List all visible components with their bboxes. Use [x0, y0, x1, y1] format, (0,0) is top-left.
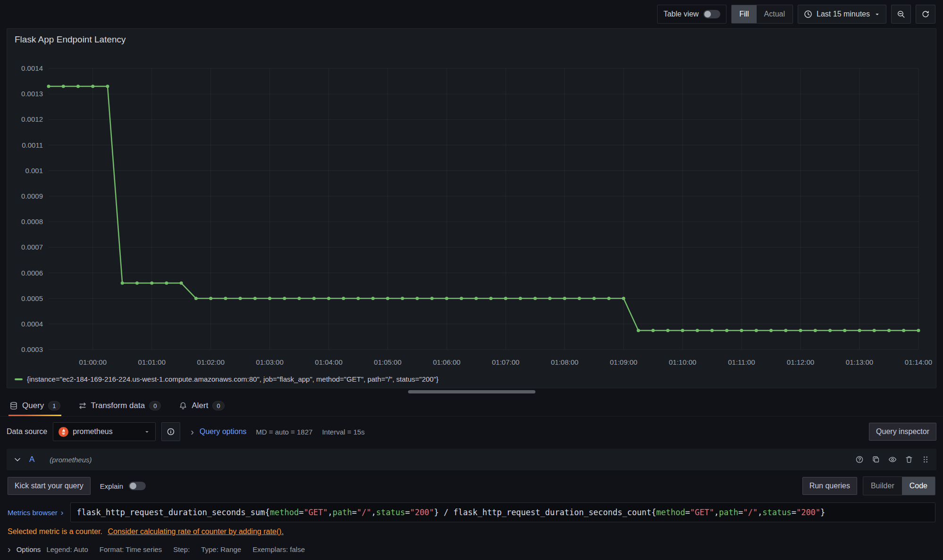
info-icon [167, 427, 175, 436]
refresh-icon [921, 10, 930, 18]
query-options-toggle[interactable]: › Query options MD = auto = 1827 Interva… [191, 427, 365, 436]
svg-text:0.0012: 0.0012 [21, 115, 43, 123]
tab-alert[interactable]: Alert 0 [178, 396, 225, 416]
time-range-picker[interactable]: Last 15 minutes [798, 5, 886, 24]
svg-text:01:01:00: 01:01:00 [138, 358, 166, 366]
builder-option[interactable]: Builder [863, 477, 902, 495]
chart-legend: {instance="ec2-184-169-216-224.us-west-1… [7, 374, 936, 388]
svg-text:0.0003: 0.0003 [21, 345, 43, 353]
tab-transform-data[interactable]: Transform data 0 [77, 396, 162, 416]
metrics-browser-toggle[interactable]: Metrics browser › [8, 509, 66, 517]
svg-text:0.0011: 0.0011 [22, 141, 43, 149]
refresh-button[interactable] [916, 5, 935, 24]
options-row[interactable]: › Options Legend: AutoFormat: Time serie… [8, 544, 935, 554]
svg-text:01:09:00: 01:09:00 [610, 358, 637, 366]
transform-icon [78, 401, 87, 410]
tab-query-count: 1 [48, 401, 60, 410]
rate-hint-link[interactable]: Consider calculating rate of counter by … [108, 527, 284, 535]
options-label: Options [17, 545, 41, 553]
collapse-icon[interactable] [13, 455, 22, 464]
latency-panel: Flask App Endpoint Latency 0.00140.00130… [7, 28, 936, 388]
bell-icon [179, 401, 187, 410]
panel-title: Flask App Endpoint Latency [7, 29, 936, 48]
code-option[interactable]: Code [902, 477, 935, 495]
query-options-label[interactable]: Query options [200, 427, 247, 436]
datasource-row: Data source prometheus › Query options M… [7, 422, 936, 441]
chevron-right-icon: › [8, 544, 11, 554]
svg-text:0.0004: 0.0004 [21, 320, 43, 328]
svg-text:0.0014: 0.0014 [21, 64, 43, 72]
svg-text:0.0005: 0.0005 [21, 294, 43, 302]
delete-icon[interactable] [905, 455, 913, 464]
svg-text:0.0013: 0.0013 [21, 90, 43, 98]
svg-text:01:10:00: 01:10:00 [669, 358, 696, 366]
table-view-label: Table view [663, 10, 699, 18]
svg-text:01:02:00: 01:02:00 [197, 358, 225, 366]
pane-divider [0, 388, 943, 395]
datasource-label: Data source [7, 427, 47, 436]
svg-text:01:05:00: 01:05:00 [374, 358, 401, 366]
svg-text:01:00:00: 01:00:00 [79, 358, 107, 366]
kick-start-button[interactable]: Kick start your query [8, 477, 91, 495]
actual-option[interactable]: Actual [757, 5, 793, 23]
chevron-right-icon: › [191, 427, 194, 436]
query-expression: flask_http_request_duration_seconds_sum{… [77, 508, 826, 517]
chevron-down-icon [144, 429, 150, 435]
chevron-right-icon: › [61, 509, 64, 517]
fill-option[interactable]: Fill [732, 5, 756, 23]
svg-text:01:08:00: 01:08:00 [551, 358, 578, 366]
interval-label: Interval = 15s [322, 428, 365, 436]
legend-series-mark [15, 378, 23, 380]
tab-query-label: Query [22, 401, 44, 410]
svg-text:01:06:00: 01:06:00 [433, 358, 460, 366]
options-summary: Legend: AutoFormat: Time seriesStep:Type… [46, 545, 316, 553]
drag-handle-icon[interactable] [921, 455, 930, 464]
switch-knob [130, 483, 136, 489]
database-icon [9, 401, 18, 410]
max-data-points-label: MD = auto = 1827 [256, 428, 313, 436]
duplicate-icon[interactable] [872, 455, 880, 464]
metrics-browser-label: Metrics browser [8, 509, 58, 517]
svg-text:01:03:00: 01:03:00 [256, 358, 284, 366]
explain-label: Explain [100, 482, 123, 490]
table-view-switch[interactable] [703, 10, 720, 18]
explain-switch[interactable] [129, 482, 146, 490]
chevron-down-icon [874, 11, 880, 17]
hide-response-eye-icon[interactable] [888, 455, 897, 464]
svg-text:01:07:00: 01:07:00 [492, 358, 519, 366]
datasource-select[interactable]: prometheus [53, 422, 156, 441]
svg-text:0.0007: 0.0007 [21, 243, 43, 251]
counter-warning: Selected metric is a counter. Consider c… [8, 527, 935, 536]
query-ref-id: A [29, 455, 34, 464]
zoom-out-icon [897, 10, 905, 18]
table-view-toggle-group[interactable]: Table view [657, 5, 726, 24]
time-range-label: Last 15 minutes [817, 10, 870, 18]
builder-code-group: Builder Code [863, 476, 935, 495]
tab-transform-label: Transform data [91, 401, 145, 410]
zoom-out-button[interactable] [891, 5, 911, 24]
svg-text:0.0009: 0.0009 [21, 192, 43, 200]
switch-knob [704, 11, 711, 17]
horizontal-scrollbar[interactable] [408, 390, 535, 393]
query-expression-editor[interactable]: flask_http_request_duration_seconds_sum{… [70, 502, 935, 522]
svg-text:0.001: 0.001 [25, 167, 43, 175]
query-header[interactable]: A (prometheus) [7, 449, 936, 470]
tab-alert-label: Alert [192, 401, 208, 410]
query-inspector-button[interactable]: Query inspector [869, 423, 936, 441]
tab-query[interactable]: Query 1 [8, 396, 61, 416]
svg-text:01:14:00: 01:14:00 [905, 358, 932, 366]
svg-text:01:11:00: 01:11:00 [728, 358, 755, 366]
query-actions [855, 455, 930, 464]
run-queries-button[interactable]: Run queries [802, 477, 857, 495]
legend-series-label[interactable]: {instance="ec2-184-169-216-224.us-west-1… [27, 375, 439, 383]
latency-chart[interactable]: 0.00140.00130.00120.00110.0010.00090.000… [8, 48, 935, 374]
svg-text:01:13:00: 01:13:00 [846, 358, 873, 366]
edit-tabs: Query 1 Transform data 0 Alert 0 [0, 395, 943, 417]
help-icon[interactable] [855, 455, 864, 464]
datasource-info-button[interactable] [161, 422, 180, 441]
query-datasource-hint: (prometheus) [50, 456, 92, 464]
fill-actual-group: Fill Actual [731, 5, 793, 24]
toolbar: Table view Fill Actual Last 15 minutes [0, 0, 943, 28]
tab-transform-count: 0 [149, 401, 161, 410]
clock-icon [804, 10, 812, 18]
